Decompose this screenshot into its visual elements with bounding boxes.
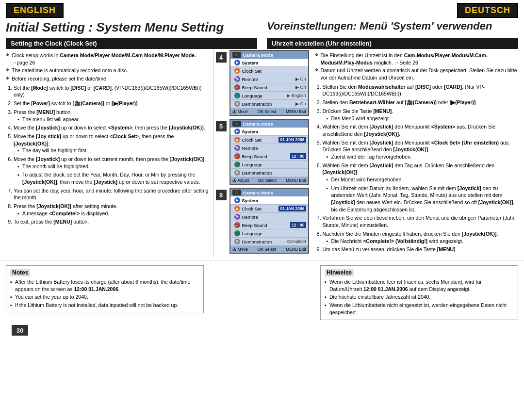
hinweise-item-2: Die höchste einstellbare Jahreszahl ist … [325,293,514,301]
lang-badge-en: ENGLISH [6,3,64,18]
english-step-5: Move the [Joy stick] up or down to selec… [14,133,210,154]
hinweise-list: Wenn die Lithiumbatterie leer ist (nach … [325,278,514,316]
menu8-beep: 🔊 Beep Sound 12 : 00 [230,221,308,229]
language-icon-8: 🌐 [234,230,240,236]
menu4-title: Camera Mode [243,52,273,58]
col-english: Clock setup works in Camera Mode/Player … [6,49,214,258]
menu5-remote: 📡 Remote [230,144,308,152]
beep-icon: 🔊 [234,84,240,90]
menu-step8: 🎥 Camera Mode ▶ System ⏰ Clock Set 01 JA… [229,188,309,254]
german-step-7: Verfahren Sie wie oben beschrieben, um d… [323,214,519,228]
menu-step5: 🎥 Camera Mode ▶ System ⏰ Clock Set 01 JA… [229,119,309,185]
menu-step4: 🎥 Camera Mode ▶ System ⏰ Clock Set 📡 Rem… [229,50,309,116]
camera-icon-5: 🎥 [232,121,241,127]
main-title-de: Voreinstellungen: Menü 'System' verwende… [267,20,518,35]
german-step-8: Nachdem Sie die Minuten eingestellt habe… [323,230,519,244]
header: ENGLISH DEUTSCH [0,0,524,18]
notes-item-1: After the Lithium Battery loses its char… [10,278,199,292]
german-step-4: Wählen Sie mit dem [Joystick] den Menüpu… [323,123,519,137]
camera-icon-8: 🎥 [232,190,241,195]
hinweise-item-3: Wenn die Lithiumbatterie nicht eingesetz… [325,302,514,316]
english-bullet-3: Before recording, please set the date/ti… [6,75,210,82]
menu8-demo: ⚙ Demonstration Complete! [230,238,308,246]
language-icon: 🌐 [234,93,240,98]
german-step-9: Um das Menü zu verlassen, drücken Sie di… [323,246,519,253]
menu5-system: ▶ System [230,128,308,136]
clock-icon-5: ⏰ [234,137,240,143]
english-step-4: Move the [Joystick] up or down to select… [14,124,210,131]
demo-icon: ⚙ [234,101,240,107]
english-step-2: Set the [Power] switch to [🎥(Camera)] or… [14,100,210,107]
step4-badge: 4 [216,52,227,63]
section-header-en: Setting the Clock (Clock Set) [6,38,257,49]
system-icon: ▶ [234,60,240,65]
hinweise-title: Hinweise [325,269,354,276]
notes-section: Notes After the Lithium Battery loses it… [6,262,204,320]
col-screenshots: 4 🎥 Camera Mode ▶ System ⏰ Clock Set 📡 R… [214,49,311,258]
beep-icon-5: 🔊 [234,153,240,159]
german-step-2: Stellen den Betriebsart-Wähler auf [🎥(Ca… [323,99,519,106]
menu5-clockset: ⏰ Clock Set 01 JAN 2006 [230,136,308,144]
hinweise-box: Hinweise Wenn die Lithiumbatterie leer i… [320,265,518,320]
menu4-remote: 📡 Remote ▶ On [230,75,308,83]
german-steps: Stellen Sie den Moduswahlschalter auf [D… [315,83,519,253]
center-spacer [213,262,311,320]
col-german: Die Einstellung der Uhrzeit ist in den C… [311,49,519,258]
german-bullet-2: Datum und Uhrzeit werden automatisch auf… [315,67,519,81]
language-icon-5: 🌐 [234,162,240,167]
menu5-footer: 🕹 Adjust OK Select MENU Exit [230,177,308,184]
menu4-system: ▶ System [230,59,308,67]
german-step-1: Stellen Sie den Moduswahlschalter auf [D… [323,83,519,97]
demo-icon-5: ⚙ [234,170,240,176]
english-step-6: Move the [Joystick] up or down to set cu… [14,156,210,186]
remote-icon: 📡 [234,76,240,82]
german-step-6: Wählen Sie mit dem [Joystick] den Tag au… [323,162,519,213]
remote-icon-8: 📡 [234,214,240,220]
step5-badge: 5 [216,121,227,131]
menu8-language: 🌐 Language [230,229,308,238]
system-icon-5: ▶ [234,129,240,134]
menu4-footer: 🕹 Move OK Select MENU Exit [230,108,308,115]
step4-group: 4 🎥 Camera Mode ▶ System ⏰ Clock Set 📡 R… [216,50,309,116]
step8-group: 8 🎥 Camera Mode ▶ System ⏰ Clock Set 01 … [216,188,309,254]
camera-icon-4: 🎥 [232,52,241,58]
beep-icon-8: 🔊 [234,222,240,228]
hinweise-item-1: Wenn die Lithiumbatterie leer ist (nach … [325,278,514,292]
lang-badge-de: DEUTSCH [457,3,518,18]
german-step-3: Drücken Sie die Taste [MENU]. Das Menü w… [323,108,519,122]
notes-title: Notes [10,269,30,276]
menu8-clockset: ⏰ Clock Set 01 JAN 2006 [230,205,308,213]
english-bullet-1: Clock setup works in Camera Mode/Player … [6,52,210,66]
step8-badge: 8 [216,190,227,200]
menu8-title: Camera Mode [243,190,273,195]
main-title-en: Initial Setting : System Menu Setting [6,20,257,35]
english-step-3: Press the [MENU] button. The menu list w… [14,109,210,123]
german-bullets: Die Einstellung der Uhrzeit ist in den C… [315,52,519,81]
titles-row: Initial Setting : System Menu Setting Vo… [0,18,524,36]
english-step-1: Set the [Mode] switch to [DISC] or [CARD… [14,84,210,98]
notes-list: After the Lithium Battery loses its char… [10,278,199,309]
notes-box: Notes After the Lithium Battery loses it… [6,265,204,313]
english-bullets: Clock setup works in Camera Mode/Player … [6,52,210,82]
english-step-8: Press the [Joystick(OK)] after setting m… [14,203,210,217]
notes-item-2: You can set the year up to 2040. [10,293,199,301]
menu8-remote: 📡 Remote [230,213,308,221]
menu5-beep: 🔊 Beep Sound 12 : 00 [230,152,308,161]
menu5-language: 🌐 Language [230,161,308,169]
system-icon-8: ▶ [234,197,240,203]
menu4-beep: 🔊 Beep Sound ▶ On [230,83,308,92]
menu4-language: 🌐 Language ▶ English [230,92,308,100]
english-step-9: To exit, press the [MENU] button. [14,218,210,226]
menu5-title: Camera Mode [243,121,273,127]
menu5-demo: ⚙ Demonstration [230,169,308,177]
menu8-system: ▶ System [230,196,308,205]
german-step-5: Wählen Sie mit dem [Joystick] den Menüpu… [323,139,519,161]
menu8-footer: 🕹 Move OK Select MENU Exit [230,246,308,253]
german-bullet-1: Die Einstellung der Uhrzeit ist in den C… [315,52,519,66]
section-headers: Setting the Clock (Clock Set) Uhrzeit ei… [6,38,518,49]
clock-icon: ⏰ [234,68,240,74]
english-bullet-2: The date/time is automatically recorded … [6,67,210,74]
clock-icon-8: ⏰ [234,206,240,211]
demo-icon-8: ⚙ [234,239,240,244]
remote-icon-5: 📡 [234,145,240,151]
